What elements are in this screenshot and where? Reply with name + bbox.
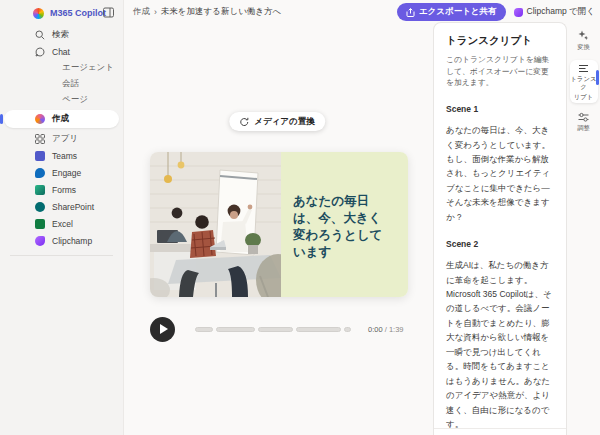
sidebar-item-forms[interactable]: Forms [0,181,123,198]
seek-bar[interactable] [195,327,351,332]
sidebar-item-apps[interactable]: アプリ [0,130,123,147]
engage-icon [34,167,45,178]
app-title: M365 Copilot [50,8,106,18]
sharepoint-icon [34,201,45,212]
forms-icon [34,184,45,195]
caption-line: は、今、大きく [293,210,398,227]
sidebar-item-agents[interactable]: エージェント [0,60,123,76]
sidebar-toggle-icon[interactable] [103,7,114,18]
clipchamp-icon [34,235,45,246]
replace-media-button[interactable]: メディアの置換 [229,112,325,131]
teams-icon [34,150,45,161]
sidebar-header: M365 Copilot [0,0,123,26]
seek-segment [216,327,255,332]
transcript-panel: トランスクリプト このトランスクリプトを編集して、ボイスオーバーに変更を加えます… [433,22,567,435]
scene-text[interactable]: 生成AIは、私たちの働き方に革命を起こします。Microsoft 365 Cop… [446,258,555,431]
time-display: 0:00 / 1:39 [368,325,403,334]
transcript-lines-icon [578,64,589,73]
rail-item-transcript[interactable]: トランスク リプト [570,60,598,104]
breadcrumb-page-title: 未来を加速する新しい働き方へ [161,6,281,18]
apps-grid-icon [34,133,45,144]
excel-icon [34,218,45,229]
video-preview[interactable]: あなたの毎日 は、今、大きく 変わろうとして います [150,152,408,297]
chat-icon [34,46,45,57]
open-in-clipchamp-link[interactable]: Clipchamp で開く [514,6,595,18]
sidebar-item-clipchamp[interactable]: Clipchamp [0,232,123,249]
sidebar-item-conversations[interactable]: 会話 [0,76,123,92]
time-total: 1:39 [389,325,404,334]
sidebar-divider [10,255,113,256]
scene-text[interactable]: あなたの毎日は、今、大きく変わろうとしています。もし、面倒な作業から解放され、も… [446,123,555,224]
video-caption-panel: あなたの毎日 は、今、大きく 変わろうとして います [281,152,408,297]
replace-media-icon [239,117,249,127]
caption-line: います [293,244,398,261]
sidebar-item-excel[interactable]: Excel [0,215,123,232]
export-share-button[interactable]: エクスポートと共有 [397,3,506,21]
right-rail: 変換 トランスク リプト 調整 [567,24,600,435]
sidebar-item-sharepoint[interactable]: SharePoint [0,198,123,215]
rail-item-adjust[interactable]: 調整 [577,112,590,132]
header-actions: エクスポートと共有 Clipchamp で開く [397,3,595,21]
time-current: 0:00 [368,325,383,334]
player-controls: 0:00 / 1:39 [124,316,430,342]
create-icon [34,114,45,125]
top-header: 作成 › 未来を加速する新しい働き方へ エクスポートと共有 Clipchamp … [124,0,600,24]
sidebar: M365 Copilot 検索 Chat エージェント 会話 ページ 作成 [0,0,124,435]
sliders-icon [578,112,589,122]
breadcrumb: 作成 › 未来を加速する新しい働き方へ [133,6,281,18]
export-icon [406,8,415,17]
caption-line: あなたの毎日 [293,193,398,210]
transcript-subtitle: このトランスクリプトを編集して、ボイスオーバーに変更を加えます。 [446,54,555,89]
transcript-title: トランスクリプト [446,34,555,48]
app-window: M365 Copilot 検索 Chat エージェント 会話 ページ 作成 [0,0,600,435]
caption-line: 変わろうとして [293,227,398,244]
video-stage: メディアの置換 [124,24,430,435]
panel-bottom-divider [434,428,566,429]
seek-segment [344,327,351,332]
sparkle-icon [578,30,589,41]
sidebar-item-search[interactable]: 検索 [0,26,123,43]
search-icon [34,29,45,40]
rail-item-transform[interactable]: 変換 [577,30,590,51]
sidebar-item-teams[interactable]: Teams [0,147,123,164]
sidebar-item-create[interactable]: 作成 [4,110,119,128]
breadcrumb-separator: › [154,7,157,17]
sidebar-item-pages[interactable]: ページ [0,92,123,108]
play-button[interactable] [150,317,175,342]
sidebar-item-engage[interactable]: Engage [0,164,123,181]
scene-heading: Scene 1 [446,104,555,114]
seek-segment [296,327,341,332]
seek-segment [258,327,293,332]
transcript-scene-1: Scene 1 あなたの毎日は、今、大きく変わろうとしています。もし、面倒な作業… [446,104,555,224]
video-photo-meeting-scene [150,152,281,297]
transcript-scene-2: Scene 2 生成AIは、私たちの働き方に革命を起こします。Microsoft… [446,239,555,431]
sidebar-item-chat[interactable]: Chat [0,43,123,60]
breadcrumb-root[interactable]: 作成 [133,6,150,18]
seek-segment [195,327,213,332]
m365-copilot-logo-icon [33,8,44,19]
clipchamp-icon [514,8,523,17]
scene-heading: Scene 2 [446,239,555,249]
